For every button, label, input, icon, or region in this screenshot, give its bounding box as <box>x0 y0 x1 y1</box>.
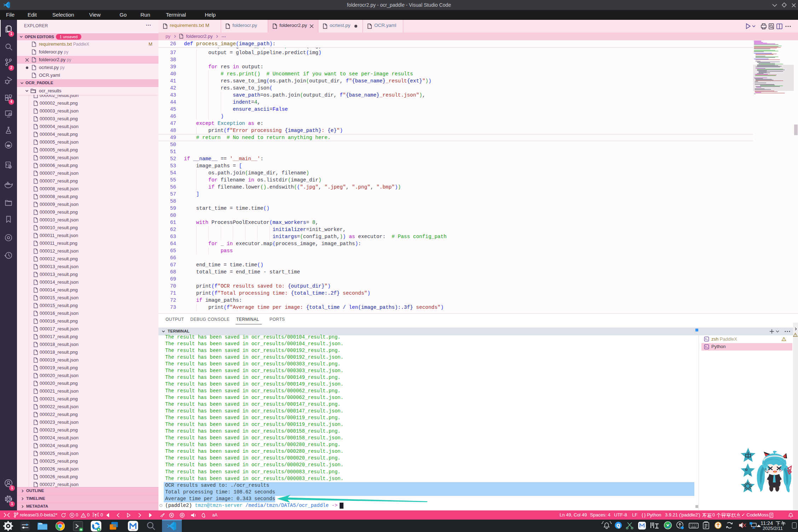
svg-text:,: , <box>749 470 751 476</box>
svg-text:Q: Q <box>617 523 620 528</box>
